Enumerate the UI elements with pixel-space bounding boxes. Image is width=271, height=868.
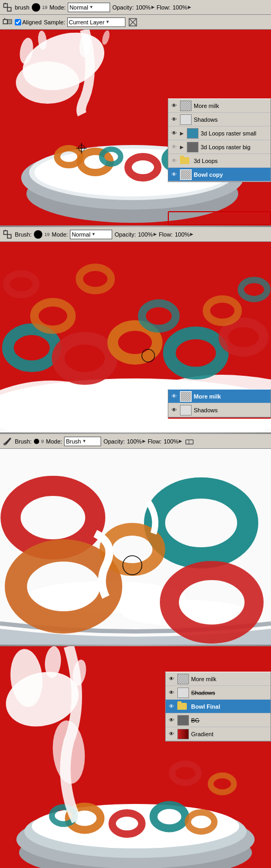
layers-panel-4: 👁 More milk 👁 Shadows 👁 Bowl Final 👁 BG	[165, 672, 271, 742]
layer-item-3d-loops-small[interactable]: 👁 ▶ 3d Loops raster small	[168, 126, 270, 140]
opacity-label-2: Opacity:	[114, 231, 136, 238]
layer-eye-bowl-final[interactable]: 👁	[168, 703, 175, 710]
layer-item-bowl-copy[interactable]: 👁 Bowl copy	[168, 168, 270, 182]
flow-value-2[interactable]: 100% ▶	[175, 231, 193, 238]
layer-eye-shadows-2[interactable]: 👁	[170, 406, 178, 414]
layer-name-more-milk: More milk	[194, 103, 219, 109]
layers-panel-1: 👁 More milk 👁 Shadows 👁 ▶ 3d Loops raste…	[168, 98, 271, 182]
mode-label-3: Mode:	[46, 438, 62, 445]
layer-eye-more-milk-4[interactable]: 👁	[168, 675, 175, 683]
canvas-scene-3	[0, 449, 271, 645]
layer-folder-3d-loops	[180, 157, 189, 164]
svg-rect-0	[4, 4, 7, 7]
layer-item-more-milk-2[interactable]: 👁 More milk	[168, 390, 270, 403]
layer-item-more-milk[interactable]: 👁 More milk	[168, 99, 270, 113]
layer-name-bg: BG	[191, 717, 200, 724]
mode-dropdown-arrow: ▼	[89, 5, 94, 10]
sample-dropdown[interactable]: Current Layer ▼	[67, 17, 125, 27]
toolbar-2-row1: Brush: 19 Mode: Normal ▼ Opacity: 100% ▶…	[0, 227, 271, 242]
eraser-icon[interactable]	[184, 436, 195, 447]
brush-preview-2[interactable]	[34, 230, 42, 239]
flow-value[interactable]: 100% ▶	[173, 4, 191, 11]
sample-extra-icon[interactable]	[128, 17, 138, 28]
flow-value-3[interactable]: 100% ▶	[164, 438, 182, 445]
flow-arrow-3: ▶	[179, 439, 182, 444]
layer-item-bg[interactable]: 👁 BG	[166, 713, 270, 727]
opacity-value[interactable]: 100% ▶	[136, 4, 154, 11]
layer-arrow-3d-loops-small: ▶	[180, 131, 184, 136]
sample-label: Sample:	[44, 19, 65, 25]
panel-3: Brush: 9 Mode: Brush ▼ Opacity: 100% ▶ F…	[0, 434, 271, 645]
panel-2: Brush: 19 Mode: Normal ▼ Opacity: 100% ▶…	[0, 227, 271, 432]
layer-item-shadows-2[interactable]: 👁 Shadows	[168, 403, 270, 417]
clone-stamp-icon-2[interactable]	[2, 17, 13, 28]
layer-eye-bg[interactable]: 👁	[168, 717, 175, 724]
layer-thumb-bg	[177, 715, 189, 726]
layer-eye-shadows-4[interactable]: 👁	[168, 689, 175, 697]
layer-thumb-shadows	[180, 114, 192, 125]
layer-eye-bowl-copy[interactable]: 👁	[170, 171, 178, 178]
brush-label-3: Brush:	[15, 438, 32, 445]
layer-name-shadows-4: Shadows	[191, 690, 215, 696]
brush-size: 19	[42, 5, 48, 10]
aligned-checkbox[interactable]	[15, 19, 21, 25]
toolbar-1-row1: brush 19 Mode: Normal ▼ Opacity: 100% ▶ …	[0, 0, 271, 15]
flow-arrow: ▶	[188, 5, 191, 10]
layer-name-more-milk-4: More milk	[191, 676, 216, 682]
layer-eye-more-milk[interactable]: 👁	[170, 102, 178, 110]
layer-name-3d-loops: 3d Loops	[194, 158, 218, 164]
layer-name-bowl-final: Bowl Final	[191, 703, 220, 710]
mode-label-2: Mode:	[52, 231, 68, 238]
layer-thumb-bowl-copy	[180, 169, 192, 180]
layer-item-shadows[interactable]: 👁 Shadows	[168, 113, 270, 126]
svg-rect-33	[4, 231, 7, 234]
svg-point-53	[4, 442, 6, 445]
layer-name-bowl-copy: Bowl copy	[194, 171, 223, 178]
mode-dropdown[interactable]: Normal ▼	[68, 3, 110, 12]
layer-item-bowl-final[interactable]: 👁 Bowl Final	[166, 700, 270, 713]
layer-thumb-shadows-4	[177, 688, 189, 698]
layer-thumb-shadows-2	[180, 405, 192, 415]
aligned-checkbox-item[interactable]: Aligned	[15, 19, 42, 25]
layer-eye-shadows[interactable]: 👁	[170, 116, 178, 123]
svg-rect-1	[7, 7, 11, 11]
clone-stamp-tool-icon[interactable]	[2, 2, 13, 13]
brush-label: brush	[15, 4, 30, 11]
layer-thumb-3d-loops-big	[187, 142, 198, 152]
opacity-arrow: ▶	[151, 5, 155, 10]
layer-folder-bowl-final	[177, 703, 187, 710]
layer-eye-3d-loops-big[interactable]: 👁	[170, 143, 178, 151]
canvas-scene-2: 👁 More milk 👁 Shadows	[0, 242, 271, 432]
layer-eye-3d-loops-small[interactable]: 👁	[170, 130, 178, 137]
layer-thumb-more-milk-4	[177, 674, 189, 684]
layer-item-shadows-4[interactable]: 👁 Shadows	[166, 686, 270, 700]
brush-preview[interactable]	[32, 3, 40, 12]
layers-panel-2: 👁 More milk 👁 Shadows	[168, 389, 271, 418]
panel-1: brush 19 Mode: Normal ▼ Opacity: 100% ▶ …	[0, 0, 271, 225]
layer-eye-3d-loops[interactable]: 👁	[170, 157, 178, 165]
brush-size-2: 19	[44, 232, 50, 237]
opacity-label-3: Opacity:	[103, 438, 124, 445]
brush-tool-icon-3[interactable]	[2, 436, 13, 447]
layer-item-gradient[interactable]: 👁 Gradient	[166, 727, 270, 741]
mode-dropdown-2[interactable]: Normal ▼	[70, 230, 112, 239]
svg-point-11	[16, 61, 79, 104]
opacity-label: Opacity:	[112, 4, 133, 11]
svg-rect-34	[7, 234, 11, 238]
layer-item-3d-loops-big[interactable]: 👁 ▶ 3d Loops raster big	[168, 140, 270, 154]
clone-stamp-tool-icon-2[interactable]	[2, 229, 13, 240]
layer-eye-more-milk-2[interactable]: 👁	[170, 393, 178, 400]
mode-dropdown-3[interactable]: Brush ▼	[64, 437, 101, 446]
brush-preview-3[interactable]	[34, 439, 39, 444]
opacity-value-2[interactable]: 100% ▶	[138, 231, 157, 238]
mode-dropdown-arrow-2: ▼	[92, 232, 96, 237]
layer-name-3d-loops-small: 3d Loops raster small	[201, 130, 256, 137]
panel-4: 👁 More milk 👁 Shadows 👁 Bowl Final 👁 BG	[0, 646, 271, 868]
layer-item-more-milk-4[interactable]: 👁 More milk	[166, 672, 270, 686]
layer-arrow-3d-loops-big: ▶	[180, 144, 184, 150]
layer-eye-gradient[interactable]: 👁	[168, 730, 175, 738]
toolbar-1-row2: Aligned Sample: Current Layer ▼	[0, 15, 271, 30]
layer-item-3d-loops[interactable]: 👁 3d Loops	[168, 154, 270, 168]
flow-label-3: Flow:	[148, 438, 161, 445]
opacity-value-3[interactable]: 100% ▶	[127, 438, 146, 445]
